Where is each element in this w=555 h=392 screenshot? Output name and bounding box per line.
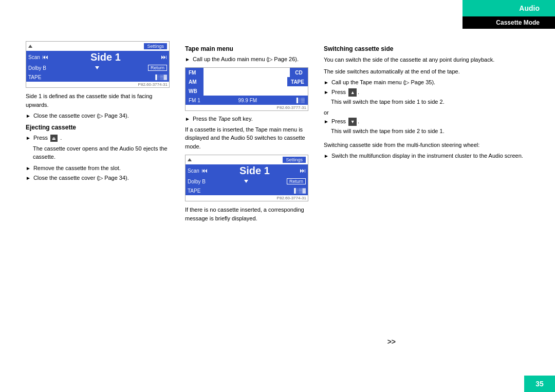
signal-icon: ▐░▒ (295, 98, 305, 103)
arrow-icon-1: ► (26, 113, 31, 120)
dolby-label-1: Dolby B (28, 65, 46, 71)
down-button-icon: ▼ (348, 118, 357, 126)
multifunction-bullet: ► Switch the multifunction display in th… (324, 152, 529, 160)
multifunction-title: Switching cassette side from the multi-f… (324, 141, 529, 150)
scan-label-2: Scan (188, 168, 199, 174)
switching-intro: You can switch the side of the cassette … (324, 55, 529, 64)
multifunction-section: Switching cassette side from the multi-f… (324, 141, 529, 160)
cassette-label: Cassette Mode (496, 19, 540, 26)
signal-bars-2: ▐░▒▓ (292, 188, 306, 193)
arrow-icon-2: ► (26, 135, 31, 142)
left-column: Settings Scan ⏮ Side 1 ⏭ Dolby B Return … (26, 41, 170, 361)
side-label-1: Side 1 (50, 51, 161, 63)
middle-column: Tape main menu ► Call up the Audio main … (185, 41, 308, 361)
dolby-tri-icon-2 (244, 180, 248, 183)
dolby-tri-icon (95, 66, 99, 69)
tape-menu-title: Tape main menu (185, 45, 308, 52)
or-text: or (324, 109, 529, 116)
right-column: Switching cassette side You can switch t… (324, 41, 529, 361)
eject-desc: The cassette cover opens and the Audio 5… (33, 144, 170, 161)
return-btn-2[interactable]: Return (287, 178, 306, 184)
tape-mode-2: TAPE (188, 188, 200, 194)
remove-bullet: ► Remove the cassette from the slot. (26, 164, 170, 172)
cd-band: CD (290, 68, 308, 77)
skip-back-2[interactable]: ⏮ (201, 167, 208, 174)
tri-up-icon (28, 45, 32, 48)
dolby-label-2: Dolby B (188, 179, 206, 184)
arrow-icon-7: ► (324, 79, 329, 86)
header-cassette: Cassette Mode (462, 16, 555, 29)
switching-title: Switching cassette side (324, 45, 529, 52)
arrow-icon-6: ► (185, 116, 190, 123)
signal-bars-1: ▐░▒▓ (154, 74, 167, 80)
tri-up-icon-2 (188, 158, 192, 161)
no-cassette-desc: If there is no cassette inserted, a corr… (185, 206, 308, 222)
insert-desc: If a cassette is inserted, the Tape main… (185, 125, 308, 151)
radio-code: P82.60-3777-31 (186, 105, 308, 110)
tape-italic: Tape (218, 116, 230, 122)
side-label-2: Side 1 (210, 165, 300, 177)
audio-label: Audio (519, 4, 540, 12)
press2-bullet: ► Press ▼. (324, 118, 529, 126)
arrow-icon-10: ► (324, 153, 329, 160)
arrow-icon-5: ► (185, 56, 190, 63)
auto-switch: The side switches automatically at the e… (324, 67, 529, 76)
call-audio-bullet: ► Call up the Audio main menu (▷ Page 26… (185, 55, 308, 63)
call-tape-bullet: ► Call up the Tape main menu (▷ Page 35)… (324, 79, 529, 86)
arrow-icon-4: ► (26, 175, 31, 182)
header-audio: Audio (462, 0, 555, 16)
skip-back-1[interactable]: ⏮ (42, 53, 48, 61)
switch-2-1: This will switch the tape from side 2 to… (331, 127, 529, 136)
device-code-1: P82.60-3774-31 (26, 82, 169, 87)
am-band: AM (186, 77, 203, 86)
arrow-icon-3: ► (26, 165, 31, 172)
press-tape-bullet: ► Press the Tape soft key. (185, 115, 308, 123)
freq-label: 99.9 FM (238, 98, 257, 103)
main-content: Settings Scan ⏮ Side 1 ⏭ Dolby B Return … (26, 41, 529, 361)
fm1-label: FM 1 (189, 98, 200, 103)
eject-title: Ejecting cassette (26, 124, 170, 131)
eject-press: ► Press ⏏ . (26, 134, 170, 142)
fm-band: FM (186, 68, 203, 77)
freq-row: FM 1 99.9 FM ▐░▒ (186, 96, 308, 105)
close-bullet-1: ► Close the cassette cover (▷ Page 34). (26, 112, 170, 120)
arrow-icon-8: ► (324, 89, 329, 96)
tape-mode-1: TAPE (28, 74, 41, 80)
tape-display-2: Settings Scan ⏮ Side 1 ⏭ Dolby B Return … (185, 155, 308, 201)
return-btn-1[interactable]: Return (148, 65, 167, 71)
wb-band: WB (186, 86, 203, 96)
device-code-2: P82.60-3774-31 (186, 195, 308, 201)
switch-1-2: This will switch the tape from side 1 to… (331, 98, 529, 106)
scan-label-1: Scan (28, 54, 40, 60)
settings-btn-1[interactable]: Settings (144, 43, 167, 49)
skip-fwd-2[interactable]: ⏭ (300, 167, 306, 174)
radio-display: FM CD AM TAPE WB FM 1 99.9 FM ▐░▒ P82.60… (185, 67, 308, 111)
page-number: 35 (524, 376, 555, 392)
skip-fwd-1[interactable]: ⏭ (161, 53, 167, 61)
settings-btn-2[interactable]: Settings (283, 157, 306, 163)
press1-bullet: ► Press ▲. (324, 88, 529, 97)
arrow-icon-9: ► (324, 118, 329, 125)
up-button-icon: ▲ (348, 88, 357, 97)
tape-display-1: Settings Scan ⏮ Side 1 ⏭ Dolby B Return … (26, 41, 170, 88)
tape-band: TAPE (287, 77, 308, 86)
side-desc: Side 1 is defined as the cassette side t… (26, 92, 170, 109)
page-forward-icon: >> (387, 338, 396, 346)
close-bullet-2: ► Close the cassette cover (▷ Page 34). (26, 174, 170, 182)
eject-icon: ⏏ (50, 135, 58, 142)
